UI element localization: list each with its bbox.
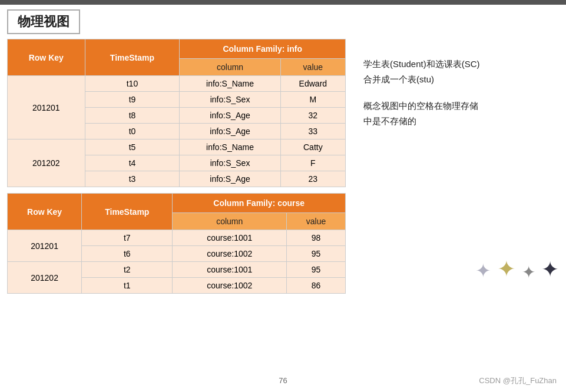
table-row: t0: [85, 124, 180, 139]
table-row: t10: [85, 76, 180, 92]
table-row: course:1002: [173, 278, 287, 294]
watermark: CSDN @孔孔_FuZhan: [479, 376, 557, 386]
table-row: 201201: [8, 230, 82, 262]
table-row: 201202: [8, 262, 82, 294]
table-row: info:S_Age: [180, 171, 280, 187]
star-icon-1: ✦: [475, 260, 491, 282]
th-cf-course: Column Family: course: [173, 194, 346, 213]
table-row: info:S_Age: [180, 124, 280, 139]
right-text-4: 中是不存储的: [363, 114, 559, 129]
table-row: 95: [287, 262, 346, 278]
table-row: t5: [85, 139, 180, 155]
table-row: t8: [85, 108, 180, 124]
page-number: 76: [279, 376, 287, 385]
right-panel: 学生表(Student)和选课表(SC) 合并成一个表(stu) 概念视图中的空…: [363, 39, 559, 294]
th-col-1: column: [180, 59, 280, 76]
page-title: 物理视图: [18, 14, 69, 29]
th-val-1: value: [280, 59, 345, 76]
table-row: t9: [85, 92, 180, 108]
top-bar: [0, 0, 566, 5]
stars-area: ✦ ✦ ✦ ✦: [363, 256, 559, 294]
th-rowkey-1: Row Key: [8, 39, 85, 76]
right-text-1: 学生表(Student)和选课表(SC): [363, 57, 559, 72]
table-row: 98: [287, 230, 346, 246]
th-col-2: column: [173, 213, 287, 230]
right-description-2: 概念视图中的空格在物理存储 中是不存储的: [363, 98, 559, 128]
table-row: t7: [82, 230, 173, 246]
table-row: 23: [280, 171, 345, 187]
right-text-3: 概念视图中的空格在物理存储: [363, 98, 559, 114]
table-row: t1: [82, 278, 173, 294]
table-row: t3: [85, 171, 180, 187]
table-row: info:S_Sex: [180, 92, 280, 108]
star-icon-2: ✦: [497, 256, 516, 282]
table-row: 33: [280, 124, 345, 139]
tables-area: Row Key TimeStamp Column Family: info co…: [7, 39, 346, 294]
table-row: 201201: [8, 76, 85, 139]
right-description: 学生表(Student)和选课表(SC) 合并成一个表(stu): [363, 57, 559, 87]
table-row: 201202: [8, 139, 85, 187]
table-row: course:1001: [173, 230, 287, 246]
table-row: 86: [287, 278, 346, 294]
table-course: Row Key TimeStamp Column Family: course …: [7, 193, 346, 294]
table-info: Row Key TimeStamp Column Family: info co…: [7, 39, 346, 187]
table-row: Edward: [280, 76, 345, 92]
table-row: t6: [82, 246, 173, 262]
right-text-2: 合并成一个表(stu): [363, 72, 559, 87]
table-row: info:S_Age: [180, 108, 280, 124]
th-val-2: value: [287, 213, 346, 230]
table-row: info:S_Name: [180, 139, 280, 155]
table-row: course:1001: [173, 262, 287, 278]
th-timestamp-1: TimeStamp: [85, 39, 180, 76]
table-row: t4: [85, 155, 180, 171]
table-row: info:S_Name: [180, 76, 280, 92]
table-row: M: [280, 92, 345, 108]
table-row: info:S_Sex: [180, 155, 280, 171]
table-row: 95: [287, 246, 346, 262]
star-icon-4: ✦: [541, 257, 559, 282]
table-row: Catty: [280, 139, 345, 155]
th-timestamp-2: TimeStamp: [82, 194, 173, 230]
th-cf-info: Column Family: info: [180, 39, 346, 59]
table-row: t2: [82, 262, 173, 278]
table-row: 32: [280, 108, 345, 124]
title-area: 物理视图: [7, 9, 80, 34]
table-row: F: [280, 155, 345, 171]
table-row: course:1002: [173, 246, 287, 262]
star-icon-3: ✦: [522, 263, 535, 282]
th-rowkey-2: Row Key: [8, 194, 82, 230]
